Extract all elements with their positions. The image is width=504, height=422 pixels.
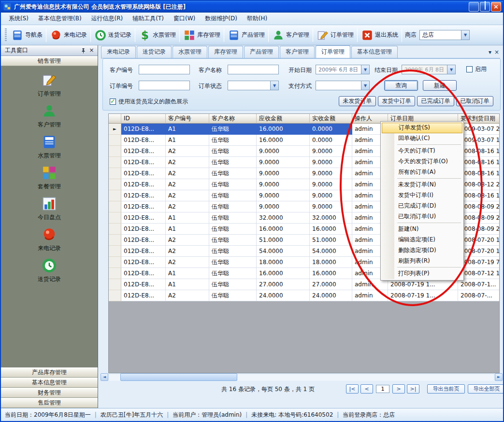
context-menu-item[interactable]: 回单确认(C): [382, 133, 462, 144]
context-menu-item[interactable]: 打印列表(P): [382, 268, 462, 279]
grid-cell[interactable]: 伍华聪: [209, 235, 257, 246]
sidebar-item[interactable]: 来电记录: [1, 225, 98, 253]
context-menu-item[interactable]: 未发货订单(N): [382, 180, 462, 190]
grid-row-selector[interactable]: [109, 157, 121, 168]
grid-cell[interactable]: 012D-E8...: [121, 212, 166, 224]
grid-row-selector[interactable]: [109, 179, 121, 190]
order-status-select[interactable]: ▼: [228, 81, 279, 90]
grid-cell[interactable]: 伍华聪: [209, 246, 257, 257]
grid-cell[interactable]: 16.0000: [257, 124, 310, 135]
grid-cell[interactable]: 18.0000: [310, 257, 352, 268]
export-all-pages-button[interactable]: 导出全部页: [468, 384, 504, 394]
grid-cell[interactable]: A2: [166, 257, 209, 268]
enable-checkbox[interactable]: 启用: [466, 65, 487, 73]
grid-cell[interactable]: A2: [166, 201, 209, 212]
tab-item[interactable]: 订单管理: [316, 45, 350, 58]
grid-cell[interactable]: 012D-E8...: [121, 190, 166, 201]
scrollbar-track[interactable]: [109, 373, 494, 381]
prev-page-button[interactable]: <: [360, 384, 373, 394]
grid-cell[interactable]: A2: [166, 190, 209, 201]
context-menu-item[interactable]: 删除选定项(D): [382, 245, 462, 256]
grid-cell[interactable]: 2008-08-16 1...: [458, 157, 500, 168]
sidebar-item[interactable]: 客户管理: [1, 102, 98, 130]
grid-column-header[interactable]: 客户名称: [209, 114, 257, 124]
grid-cell[interactable]: 0.0000: [310, 135, 352, 146]
grid-cell[interactable]: 2008-08-16 1...: [458, 168, 500, 179]
last-page-button[interactable]: >|: [407, 384, 419, 394]
grid-cell[interactable]: 2008-07-...: [458, 290, 500, 301]
grid-row-selector[interactable]: [109, 246, 121, 257]
grid-cell[interactable]: 伍华聪: [209, 124, 257, 135]
menubar-item[interactable]: 数据维护(D): [200, 13, 242, 25]
sidebar-item[interactable]: 订单管理: [1, 71, 98, 99]
tab-item[interactable]: 库存管理: [208, 46, 243, 58]
grid-cell[interactable]: 伍华聪: [209, 201, 257, 212]
grid-column-header[interactable]: ID: [121, 114, 166, 124]
grid-cell[interactable]: A1: [166, 124, 209, 135]
export-current-page-button[interactable]: 导出当前页: [427, 384, 465, 394]
grid-cell[interactable]: 012D-E8...: [121, 146, 166, 157]
grid-cell[interactable]: 012D-E8...: [121, 268, 166, 279]
toolbar-button[interactable]: 导航条: [9, 28, 45, 43]
tab-item[interactable]: 产品管理: [244, 46, 279, 58]
grid-cell[interactable]: A1: [166, 279, 209, 290]
tab-close-icon[interactable]: ×: [494, 49, 499, 56]
start-date-picker[interactable]: 2009年 6月 8日 ▼: [316, 65, 370, 74]
grid-cell[interactable]: 16.0000: [257, 268, 310, 279]
grid-cell[interactable]: 9.0000: [310, 190, 352, 201]
grid-cell[interactable]: 16.0000: [310, 268, 352, 279]
sidebar-group-header[interactable]: 产品库存管理: [1, 367, 98, 378]
scroll-right-icon[interactable]: ►: [495, 373, 503, 381]
grid-cell[interactable]: 9.0000: [257, 179, 310, 190]
minimize-button[interactable]: [469, 2, 479, 12]
grid-cell[interactable]: A2: [166, 235, 209, 246]
tab-item[interactable]: 送货记录: [137, 46, 172, 58]
grid-cell[interactable]: 2008-08-09 2...: [458, 212, 500, 224]
tab-item[interactable]: 水票管理: [173, 46, 207, 58]
grid-cell[interactable]: A2: [166, 168, 209, 179]
grid-cell[interactable]: 9.0000: [310, 201, 352, 212]
grid-cell[interactable]: 27.0000: [310, 279, 352, 290]
grid-cell[interactable]: 9.0000: [310, 146, 352, 157]
tab-item[interactable]: 客户管理: [280, 46, 315, 58]
grid-cell[interactable]: A1: [166, 224, 209, 235]
context-menu-item[interactable]: 编辑选定项(E): [382, 235, 462, 245]
grid-cell[interactable]: 2008-07-19 1...: [388, 279, 458, 290]
grid-cell[interactable]: 012D-E8...: [121, 224, 166, 235]
grid-cell[interactable]: 54.0000: [310, 246, 352, 257]
grid-cell[interactable]: A2: [166, 179, 209, 190]
grid-cell[interactable]: A2: [166, 290, 209, 301]
grid-row-selector[interactable]: [109, 168, 121, 179]
context-menu-item[interactable]: 今天的订单(T): [382, 146, 462, 156]
grid-column-header[interactable]: 应收金额: [257, 114, 310, 124]
grid-cell[interactable]: admin: [352, 279, 388, 290]
grid-cell[interactable]: 18.0000: [257, 257, 310, 268]
toolbar-button[interactable]: 退出系统: [359, 28, 401, 43]
context-menu-item[interactable]: 发货中订单(I): [382, 190, 462, 201]
grid-row-selector[interactable]: [109, 146, 121, 157]
driver-color-checkbox[interactable]: 使用送货员定义的颜色展示: [110, 98, 188, 106]
grid-cell[interactable]: 伍华聪: [209, 257, 257, 268]
grid-column-header[interactable]: 实收金额: [310, 114, 352, 124]
grid-cell[interactable]: 伍华聪: [209, 168, 257, 179]
grid-cell[interactable]: 伍华聪: [209, 157, 257, 168]
grid-cell[interactable]: 16.0000: [257, 224, 310, 235]
grid-cell[interactable]: 伍华聪: [209, 279, 257, 290]
horizontal-scrollbar[interactable]: ◄ ►: [101, 373, 503, 381]
grid-cell[interactable]: 27.0000: [257, 279, 310, 290]
tab-list-chevron-icon[interactable]: ▾: [489, 49, 491, 56]
customer-name-input[interactable]: [228, 65, 279, 74]
grid-cell[interactable]: 0.0000: [310, 124, 352, 135]
menubar-item[interactable]: 系统(S): [4, 13, 33, 25]
grid-cell[interactable]: A1: [166, 135, 209, 146]
grid-cell[interactable]: 9.0000: [257, 168, 310, 179]
page-number-input[interactable]: [376, 385, 389, 393]
scroll-left-icon[interactable]: ◄: [101, 373, 108, 381]
context-menu-item[interactable]: 所有的订单(A): [382, 167, 462, 178]
context-menu-item[interactable]: 已取消订单(U): [382, 211, 462, 222]
grid-cell[interactable]: 2008-08-16 1...: [458, 146, 500, 157]
menubar-item[interactable]: 基本信息管理(B): [33, 13, 86, 25]
grid-row-selector[interactable]: [109, 257, 121, 268]
grid-row-selector[interactable]: [109, 190, 121, 201]
grid-cell[interactable]: 51.0000: [257, 235, 310, 246]
